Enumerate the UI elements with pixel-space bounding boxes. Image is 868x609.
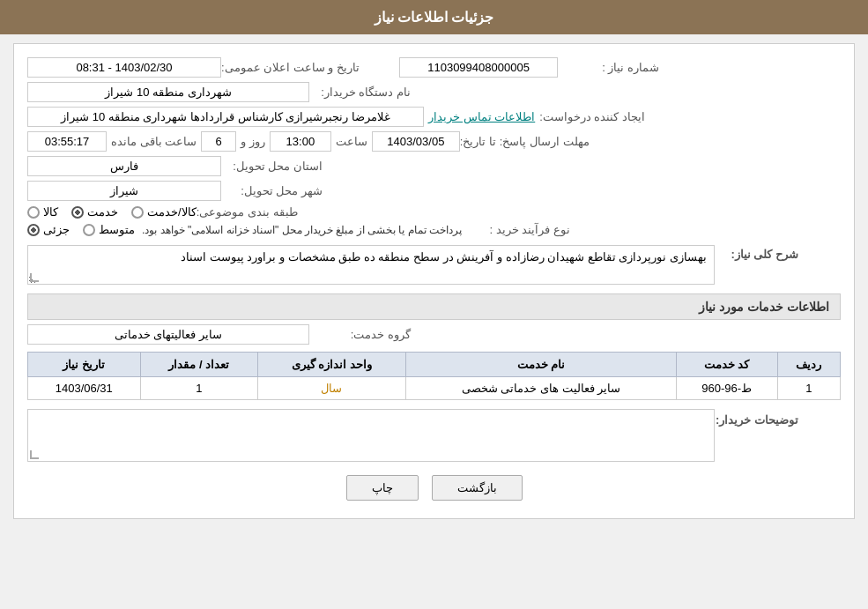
category-group: کالا/خدمت خدمت کالا <box>27 205 197 219</box>
requester-row: ایجاد کننده درخواست: اطلاعات تماس خریدار… <box>27 107 841 127</box>
col-row: ردیف <box>777 353 840 377</box>
service-group-row: گروه خدمت: سایر فعالیتهای خدماتی <box>27 324 841 345</box>
purchase-note: پرداخت تمام یا بخشی از مبلغ خریدار محل "… <box>135 224 469 236</box>
category-khedmat-radio[interactable] <box>71 206 84 219</box>
cell-name: سایر فعالیت های خدماتی شخصی <box>406 377 677 400</box>
table-header-row: ردیف کد خدمت نام خدمت واحد اندازه گیری ت… <box>28 353 841 377</box>
city-value: شیراز <box>27 181 221 201</box>
page-wrapper: جزئیات اطلاعات نیاز شماره نیاز : 1103099… <box>0 0 868 519</box>
category-row: طبقه بندی موضوعی: کالا/خدمت خدمت کالا <box>27 205 841 219</box>
city-label: شهر محل تحویل: <box>221 184 327 197</box>
deadline-days: 6 <box>201 131 236 152</box>
category-kala-radio[interactable] <box>27 206 40 219</box>
table-row: 1 ط-96-960 سایر فعالیت های خدماتی شخصی س… <box>28 377 841 400</box>
province-row: استان محل تحویل: فارس <box>27 156 841 176</box>
service-group-value: سایر فعالیتهای خدماتی <box>27 324 309 345</box>
table-header: ردیف کد خدمت نام خدمت واحد اندازه گیری ت… <box>28 353 841 377</box>
purchase-motavaset-radio[interactable] <box>83 224 95 236</box>
resize-handle[interactable] <box>30 273 39 282</box>
need-number-row: شماره نیاز : 1103099408000005 تاریخ و سا… <box>27 57 841 78</box>
province-label: استان محل تحویل: <box>221 160 327 173</box>
description-label: شرح کلی نیاز: <box>715 245 803 261</box>
category-kala-khedmat-item: کالا/خدمت <box>131 205 197 219</box>
deadline-time-label: ساعت <box>331 135 372 148</box>
cell-row: 1 <box>777 377 840 400</box>
button-row: بازگشت چاپ <box>27 475 841 501</box>
deadline-time: 13:00 <box>270 131 331 152</box>
cell-code: ط-96-960 <box>676 377 777 400</box>
main-container: شماره نیاز : 1103099408000005 تاریخ و سا… <box>13 43 855 519</box>
col-date: تاریخ نیاز <box>28 353 141 377</box>
purchase-jozvi-label: جزئی <box>43 223 70 236</box>
announce-value: 1403/02/30 - 08:31 <box>27 57 221 78</box>
col-quantity: تعداد / مقدار <box>140 353 257 377</box>
deadline-days-label: روز و <box>236 135 270 148</box>
purchase-jozvi-radio[interactable] <box>27 224 40 236</box>
purchase-motavaset-item: متوسط <box>83 223 135 236</box>
category-label: طبقه بندی موضوعی: <box>197 205 302 219</box>
need-number-label: شماره نیاز : <box>558 61 664 74</box>
category-khedmat-item: خدمت <box>71 205 118 219</box>
deadline-date: 1403/03/05 <box>372 131 460 152</box>
buyer-org-value: شهرداری منطقه 10 شیراز <box>27 82 309 102</box>
services-table: ردیف کد خدمت نام خدمت واحد اندازه گیری ت… <box>27 352 841 400</box>
comment-resize-handle[interactable] <box>30 450 39 459</box>
cell-date: 1403/06/31 <box>28 377 141 400</box>
print-button[interactable]: چاپ <box>346 475 419 501</box>
category-kala-khedmat-label: کالا/خدمت <box>147 205 197 219</box>
requester-label: ایجاد کننده درخواست: <box>539 110 649 123</box>
col-code: کد خدمت <box>676 353 777 377</box>
city-row: شهر محل تحویل: شیراز <box>27 181 841 201</box>
need-number-value: 1103099408000005 <box>399 57 558 78</box>
service-group-label: گروه خدمت: <box>309 328 415 341</box>
col-unit: واحد اندازه گیری <box>257 353 405 377</box>
category-kala-khedmat-radio[interactable] <box>131 206 144 219</box>
services-section-title: اطلاعات خدمات مورد نیاز <box>27 293 841 320</box>
buyer-org-row: نام دستگاه خریدار: شهرداری منطقه 10 شیرا… <box>27 82 841 102</box>
cell-quantity: 1 <box>140 377 257 400</box>
buyer-comments-box[interactable] <box>27 409 715 462</box>
deadline-remaining: 03:55:17 <box>27 131 107 152</box>
page-title: جزئیات اطلاعات نیاز <box>375 10 494 25</box>
announce-label: تاریخ و ساعت اعلان عمومی: <box>221 61 364 74</box>
buyer-comments-section: توضیحات خریدار: <box>27 409 841 462</box>
purchase-type-row: نوع فرآیند خرید : پرداخت تمام یا بخشی از… <box>27 223 841 236</box>
table-body: 1 ط-96-960 سایر فعالیت های خدماتی شخصی س… <box>28 377 841 400</box>
province-value: فارس <box>27 156 221 176</box>
cell-unit: سال <box>257 377 405 400</box>
category-kala-item: کالا <box>27 205 58 219</box>
description-value: بهسازی نورپردازی تقاطع شهیدان رضازاده و … <box>181 250 707 264</box>
purchase-type-group: متوسط جزئی <box>27 223 135 236</box>
deadline-row: مهلت ارسال پاسخ: تا تاریخ: 1403/03/05 سا… <box>27 131 841 152</box>
page-header: جزئیات اطلاعات نیاز <box>0 0 868 34</box>
category-khedmat-label: خدمت <box>87 205 118 219</box>
contact-link[interactable]: اطلاعات تماس خریدار <box>424 110 539 123</box>
col-name: نام خدمت <box>406 353 677 377</box>
purchase-motavaset-label: متوسط <box>99 223 135 236</box>
deadline-remaining-label: ساعت باقی مانده <box>107 135 201 148</box>
category-kala-label: کالا <box>43 205 58 219</box>
buyer-org-label: نام دستگاه خریدار: <box>309 85 415 99</box>
description-section: شرح کلی نیاز: بهسازی نورپردازی تقاطع شهی… <box>27 245 841 285</box>
description-box: بهسازی نورپردازی تقاطع شهیدان رضازاده و … <box>27 245 715 285</box>
buyer-comments-label: توضیحات خریدار: <box>715 409 803 427</box>
purchase-jozvi-item: جزئی <box>27 223 70 236</box>
back-button[interactable]: بازگشت <box>432 475 523 501</box>
requester-value: غلامرضا رنجبرشیرازی کارشناس قراردادها شه… <box>27 107 424 127</box>
purchase-type-label: نوع فرآیند خرید : <box>469 223 575 236</box>
deadline-label: مهلت ارسال پاسخ: تا تاریخ: <box>460 135 594 148</box>
